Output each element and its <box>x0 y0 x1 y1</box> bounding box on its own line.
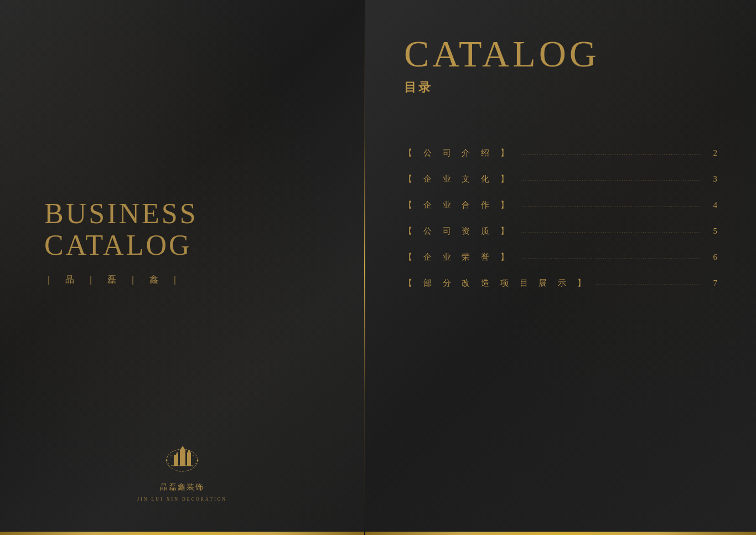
svg-point-11 <box>170 455 172 456</box>
toc-label-3: 【 企 业 合 作 】 <box>404 200 515 210</box>
subtitle-row: ｜ 晶 ｜ 磊 ｜ 鑫 ｜ <box>44 274 185 286</box>
catalog-title: CATALOG <box>404 33 717 75</box>
catalog-chinese-title: 目录 <box>404 79 717 96</box>
svg-point-2 <box>197 460 199 461</box>
left-panel: BUSINESS CATALOG ｜ 晶 ｜ 磊 ｜ 鑫 ｜ <box>0 0 364 535</box>
logo-sub-text: JIN LUI XIN DECORATION <box>137 497 227 502</box>
svg-marker-9 <box>187 449 191 453</box>
subtitle-bar2: ｜ <box>86 274 101 286</box>
logo-main-text: 晶磊鑫装饰 <box>160 482 204 492</box>
toc-label-5: 【 企 业 荣 誉 】 <box>404 252 515 263</box>
toc-dots-4: ........................................… <box>520 227 701 235</box>
svg-marker-8 <box>180 446 185 450</box>
toc-page-2: 3 <box>706 174 717 184</box>
right-panel: CATALOG 目录 【 公 司 介 绍 】..................… <box>365 0 756 535</box>
toc-dots-1: ........................................… <box>520 148 701 157</box>
toc-dots-6: ........................................… <box>596 279 701 287</box>
table-of-contents: 【 公 司 介 绍 】.............................… <box>404 140 717 296</box>
svg-point-14 <box>195 463 196 464</box>
toc-page-6: 7 <box>706 279 717 288</box>
toc-item-6: 【 部 分 改 造 项 目 展 示 】.....................… <box>404 270 717 296</box>
svg-point-1 <box>166 460 168 461</box>
subtitle-bar4: ｜ <box>170 274 185 286</box>
logo-container: 晶磊鑫装饰 JIN LUI XIN DECORATION <box>137 439 227 502</box>
toc-page-5: 6 <box>706 253 717 262</box>
svg-marker-7 <box>176 451 178 455</box>
subtitle-bar3: ｜ <box>128 274 143 286</box>
company-logo-icon <box>157 439 207 478</box>
svg-rect-6 <box>187 453 191 466</box>
svg-rect-4 <box>174 455 178 466</box>
toc-page-1: 2 <box>706 148 717 158</box>
subtitle-bar1: ｜ <box>44 274 59 286</box>
toc-label-2: 【 企 业 文 化 】 <box>404 174 515 184</box>
subtitle-char2: 磊 <box>107 274 122 286</box>
toc-page-3: 4 <box>706 200 717 210</box>
svg-point-13 <box>168 463 169 464</box>
left-top-content: BUSINESS CATALOG ｜ 晶 ｜ 磊 ｜ 鑫 ｜ <box>33 44 331 439</box>
right-bottom-gold-bar <box>365 532 756 535</box>
svg-point-12 <box>193 455 194 456</box>
toc-item-3: 【 企 业 合 作 】.............................… <box>404 192 717 218</box>
toc-label-4: 【 公 司 资 质 】 <box>404 226 515 236</box>
toc-item-2: 【 企 业 文 化 】.............................… <box>404 166 717 192</box>
svg-rect-5 <box>180 450 185 466</box>
toc-dots-3: ........................................… <box>520 200 701 209</box>
left-bottom-gold-bar <box>0 532 364 535</box>
business-catalog-title: BUSINESS CATALOG <box>44 198 331 261</box>
toc-page-4: 5 <box>706 227 717 236</box>
toc-label-1: 【 公 司 介 绍 】 <box>404 148 515 158</box>
toc-item-1: 【 公 司 介 绍 】.............................… <box>404 140 717 166</box>
toc-item-4: 【 公 司 资 质 】.............................… <box>404 218 717 244</box>
toc-item-5: 【 企 业 荣 誉 】.............................… <box>404 244 717 270</box>
left-bottom-logo: 晶磊鑫装饰 JIN LUI XIN DECORATION <box>137 439 227 513</box>
toc-dots-2: ........................................… <box>520 174 701 183</box>
toc-dots-5: ........................................… <box>520 253 701 261</box>
subtitle-char1: 晶 <box>65 274 80 286</box>
toc-label-6: 【 部 分 改 造 项 目 展 示 】 <box>404 278 590 289</box>
subtitle-char3: 鑫 <box>149 274 164 286</box>
